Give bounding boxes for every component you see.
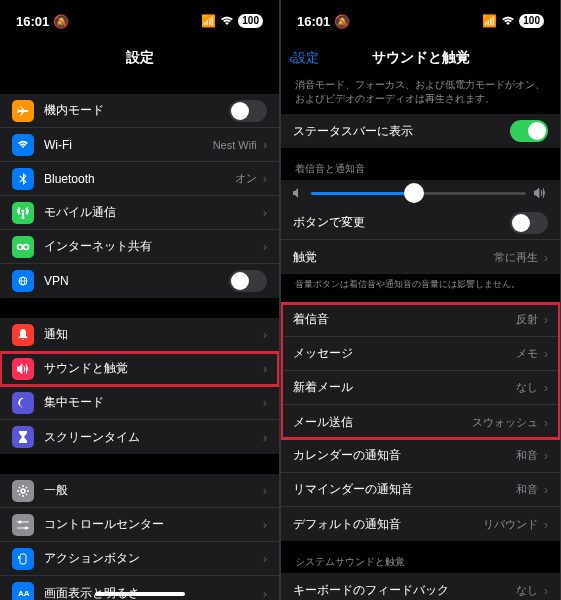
cellular-label: モバイル通信	[44, 204, 257, 221]
haptics-value: 常に再生	[494, 250, 538, 265]
silent-icon: 🔕	[334, 14, 350, 29]
signal-icon: 📶	[482, 14, 497, 28]
status-time: 16:01	[297, 14, 330, 29]
statusbar-show-toggle[interactable]	[510, 120, 548, 142]
bell-icon	[12, 324, 34, 346]
row-hotspot[interactable]: インターネット共有 ›	[0, 230, 279, 264]
chevron-icon: ›	[263, 205, 267, 220]
wifi-icon	[501, 16, 515, 26]
chevron-icon: ›	[544, 415, 548, 430]
settings-screen: 16:01 🔕 📶 100 設定 機内モード	[0, 0, 279, 600]
vpn-label: VPN	[44, 274, 229, 288]
back-button[interactable]: ‹ 設定	[289, 49, 319, 67]
chevron-icon: ›	[263, 361, 267, 376]
focus-label: 集中モード	[44, 394, 257, 411]
row-vpn[interactable]: VPN	[0, 264, 279, 298]
ringtone-label: 着信音	[293, 311, 516, 328]
vpn-icon	[12, 270, 34, 292]
chevron-icon: ›	[263, 586, 267, 601]
volume-slider-row	[281, 180, 560, 206]
row-wifi[interactable]: Wi-Fi Nest Wifi ›	[0, 128, 279, 162]
statusbar-show-label: ステータスバーに表示	[293, 123, 510, 140]
chevron-icon: ›	[544, 482, 548, 497]
chevron-icon: ›	[263, 137, 267, 152]
bluetooth-label: Bluetooth	[44, 172, 235, 186]
row-focus[interactable]: 集中モード ›	[0, 386, 279, 420]
airplane-icon	[12, 100, 34, 122]
battery-icon: 100	[519, 14, 544, 28]
actionbutton-label: アクションボタン	[44, 550, 257, 567]
status-bar: 16:01 🔕 📶 100	[281, 0, 560, 42]
row-change-buttons[interactable]: ボタンで変更	[281, 206, 560, 240]
row-cellular[interactable]: モバイル通信 ›	[0, 196, 279, 230]
chevron-icon: ›	[263, 395, 267, 410]
svg-point-9	[25, 526, 28, 529]
airplane-toggle[interactable]	[229, 100, 267, 122]
chevron-icon: ›	[263, 483, 267, 498]
hotspot-label: インターネット共有	[44, 238, 257, 255]
page-title: サウンドと触覚	[372, 49, 470, 67]
chevron-icon: ›	[544, 583, 548, 598]
chevron-icon: ›	[544, 380, 548, 395]
row-actionbutton[interactable]: アクションボタン ›	[0, 542, 279, 576]
chevron-icon: ›	[263, 171, 267, 186]
row-controlcenter[interactable]: コントロールセンター ›	[0, 508, 279, 542]
sliders-icon	[12, 514, 34, 536]
section-ringer-header: 着信音と通知音	[281, 148, 560, 180]
controlcenter-label: コントロールセンター	[44, 516, 257, 533]
speaker-low-icon	[293, 188, 303, 198]
vpn-toggle[interactable]	[229, 270, 267, 292]
action-icon	[12, 548, 34, 570]
sound-picks-group: 着信音 反射 › メッセージ メモ › 新着メール なし › メール送信 スウォ…	[281, 303, 560, 439]
row-ringtone[interactable]: 着信音 反射 ›	[281, 303, 560, 337]
row-general[interactable]: 一般 ›	[0, 474, 279, 508]
change-buttons-toggle[interactable]	[510, 212, 548, 234]
svg-point-5	[21, 489, 25, 493]
keyboard-value: なし	[516, 583, 538, 598]
row-airplane[interactable]: 機内モード	[0, 94, 279, 128]
sounds-screen: 16:01 🔕 📶 100 ‹ 設定 サウンドと触覚 消音モード、フォーカス、お…	[281, 0, 560, 600]
svg-text:AA: AA	[18, 589, 29, 598]
description-text: 消音モード、フォーカス、および低電力モードがオン、およびビデオのオーディオは再生…	[281, 74, 560, 114]
row-notifications[interactable]: 通知 ›	[0, 318, 279, 352]
nav-bar: 設定	[0, 42, 279, 74]
row-haptics[interactable]: 触覚 常に再生 ›	[281, 240, 560, 274]
row-sounds[interactable]: サウンドと触覚 ›	[0, 352, 279, 386]
bluetooth-value: オン	[235, 171, 257, 186]
row-bluetooth[interactable]: Bluetooth オン ›	[0, 162, 279, 196]
reminder-value: 和音	[516, 482, 538, 497]
ringtone-value: 反射	[516, 312, 538, 327]
hotspot-icon	[12, 236, 34, 258]
section-system-header: システムサウンドと触覚	[281, 541, 560, 573]
calendar-label: カレンダーの通知音	[293, 447, 516, 464]
chevron-icon: ›	[544, 448, 548, 463]
moon-icon	[12, 392, 34, 414]
reminder-label: リマインダーの通知音	[293, 481, 516, 498]
message-value: メモ	[516, 346, 538, 361]
row-default[interactable]: デフォルトの通知音 リバウンド ›	[281, 507, 560, 541]
row-display[interactable]: AA 画面表示と明るさ ›	[0, 576, 279, 600]
row-sentmail[interactable]: メール送信 スウォッシュ ›	[281, 405, 560, 439]
row-statusbar-show[interactable]: ステータスバーに表示	[281, 114, 560, 148]
row-newmail[interactable]: 新着メール なし ›	[281, 371, 560, 405]
row-message[interactable]: メッセージ メモ ›	[281, 337, 560, 371]
silent-icon: 🔕	[53, 14, 69, 29]
row-reminder[interactable]: リマインダーの通知音 和音 ›	[281, 473, 560, 507]
default-label: デフォルトの通知音	[293, 516, 483, 533]
newmail-label: 新着メール	[293, 379, 516, 396]
status-time: 16:01	[16, 14, 49, 29]
chevron-icon: ›	[263, 430, 267, 445]
chevron-icon: ›	[544, 346, 548, 361]
volume-slider[interactable]	[311, 192, 526, 195]
home-indicator[interactable]	[95, 592, 185, 596]
wifi-label: Wi-Fi	[44, 138, 213, 152]
row-keyboard[interactable]: キーボードのフィードバック なし ›	[281, 573, 560, 600]
wifi-icon	[220, 16, 234, 26]
sounds-label: サウンドと触覚	[44, 360, 257, 377]
row-screentime[interactable]: スクリーンタイム ›	[0, 420, 279, 454]
notifications-label: 通知	[44, 326, 257, 343]
chevron-icon: ›	[544, 312, 548, 327]
slider-thumb[interactable]	[404, 183, 424, 203]
row-calendar[interactable]: カレンダーの通知音 和音 ›	[281, 439, 560, 473]
default-value: リバウンド	[483, 517, 538, 532]
